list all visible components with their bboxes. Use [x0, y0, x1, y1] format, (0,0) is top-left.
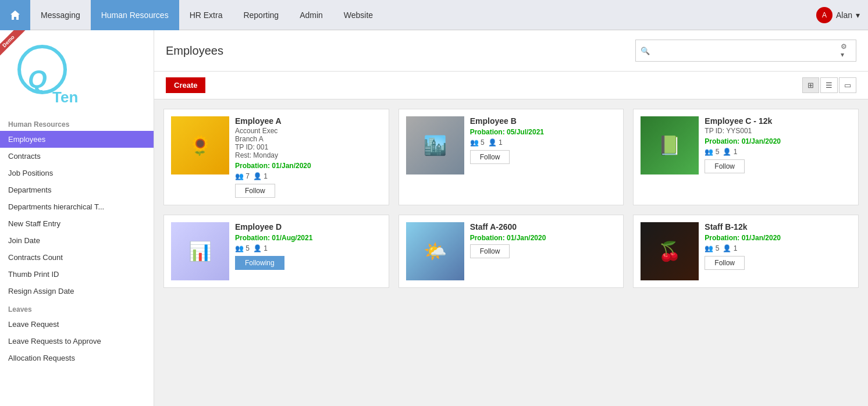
- user-menu[interactable]: A Alan ▾: [808, 7, 868, 23]
- sidebar-item-job-positions[interactable]: Job Positions: [0, 165, 154, 181]
- sidebar-item-allocation-requests[interactable]: Allocation Requests: [0, 350, 154, 366]
- employee-card: 📗 Employee C - 12k TP ID: YYS001 Probati…: [633, 109, 859, 205]
- sidebar-hr-header: Human Resources: [0, 115, 154, 131]
- employee-photo: 📗: [641, 116, 699, 174]
- following-users-count: 👤 1: [488, 138, 503, 147]
- employee-photo: 📊: [171, 222, 229, 280]
- employee-grid: 🌻 Employee A Account Exec Branch A TP ID…: [154, 99, 868, 297]
- follow-button[interactable]: Follow: [705, 256, 745, 270]
- card-view-button[interactable]: ▭: [839, 77, 856, 93]
- follow-button[interactable]: Follow: [235, 184, 275, 198]
- following-users-count: 👤 1: [723, 244, 737, 252]
- employee-probation: Probation: 01/Aug/2021: [235, 234, 382, 242]
- main-layout: Demo Q Ten Human Resources Employees Con…: [0, 30, 868, 406]
- sidebar: Demo Q Ten Human Resources Employees Con…: [0, 30, 154, 406]
- page-title: Employees: [166, 44, 223, 58]
- employee-role: Account Exec: [235, 127, 382, 135]
- followers-count: 👥 7: [235, 172, 250, 180]
- sidebar-item-resign-assign-date[interactable]: Resign Assign Date: [0, 283, 154, 300]
- employee-probation: Probation: 01/Jan/2020: [235, 162, 382, 170]
- search-settings-icon[interactable]: ⚙ ▾: [841, 42, 851, 59]
- employee-card: 🌻 Employee A Account Exec Branch A TP ID…: [163, 109, 389, 205]
- sidebar-item-departments[interactable]: Departments: [0, 181, 154, 198]
- follow-button[interactable]: Follow: [470, 150, 510, 164]
- employee-info: Employee D Probation: 01/Aug/2021 👥 5 👤 …: [235, 222, 382, 280]
- employee-tp-id: TP ID: 001: [235, 143, 382, 151]
- search-icon: 🔍: [641, 47, 650, 55]
- employee-probation: Probation: 01/Jan/2020: [705, 137, 851, 145]
- employee-name: Employee B: [470, 116, 617, 126]
- home-button[interactable]: [0, 0, 30, 30]
- nav-reporting[interactable]: Reporting: [233, 0, 289, 30]
- content-header: Employees 🔍 ⚙ ▾: [154, 30, 868, 72]
- user-dropdown-icon: ▾: [856, 10, 860, 20]
- following-users-count: 👤 1: [253, 172, 268, 180]
- nav-website[interactable]: Website: [333, 0, 383, 30]
- employee-card: 🏙️ Employee B Probation: 05/Jul/2021 👥 5…: [399, 109, 624, 205]
- followers-count: 👥 5: [235, 244, 250, 252]
- content-area: Employees 🔍 ⚙ ▾ Create ⊞ ☰ ▭ 🌻 Employee …: [154, 30, 868, 406]
- employee-stats: 👥 5 👤 1: [235, 244, 382, 252]
- sidebar-leaves-header: Leaves: [0, 300, 154, 316]
- employee-card: 🍒 Staff B-12k Probation: 01/Jan/2020 👥 5…: [633, 215, 859, 288]
- employee-info: Employee B Probation: 05/Jul/2021 👥 5 👤 …: [470, 116, 617, 198]
- nav-hr-extra[interactable]: HR Extra: [179, 0, 233, 30]
- sidebar-item-leave-request[interactable]: Leave Request: [0, 316, 154, 333]
- employee-stats: 👥 5 👤 1: [705, 148, 851, 156]
- nav-admin[interactable]: Admin: [289, 0, 333, 30]
- sidebar-item-departments-hierarchical[interactable]: Departments hierarchical T...: [0, 198, 154, 215]
- logo-ten: Ten: [52, 88, 78, 106]
- employee-branch: Branch A: [235, 135, 382, 143]
- employee-name: Staff A-2600: [470, 222, 617, 232]
- user-avatar: A: [816, 7, 833, 23]
- followers-count: 👥 5: [705, 148, 719, 156]
- sidebar-item-leave-requests-to-approve[interactable]: Leave Requests to Approve: [0, 333, 154, 350]
- employee-name: Staff B-12k: [705, 222, 851, 232]
- employee-tp-id: TP ID: YYS001: [705, 127, 851, 135]
- employee-info: Staff A-2600 Probation: 01/Jan/2020 Foll…: [470, 222, 617, 280]
- followers-count: 👥 5: [470, 138, 485, 147]
- employee-name: Employee A: [235, 116, 382, 126]
- employee-photo: 🏙️: [406, 116, 464, 174]
- employee-stats: 👥 5 👤 1: [705, 244, 851, 252]
- user-name: Alan: [836, 10, 852, 20]
- sidebar-item-thumb-print-id[interactable]: Thumb Print ID: [0, 266, 154, 283]
- employee-photo: 🌤️: [406, 222, 464, 280]
- employee-info: Staff B-12k Probation: 01/Jan/2020 👥 5 👤…: [705, 222, 851, 280]
- sidebar-item-employees[interactable]: Employees: [0, 131, 154, 148]
- employee-photo: 🍒: [641, 222, 699, 280]
- search-input[interactable]: [653, 47, 837, 55]
- view-switcher: ⊞ ☰ ▭: [802, 77, 856, 93]
- follow-button[interactable]: Follow: [470, 244, 510, 258]
- sidebar-item-contracts[interactable]: Contracts: [0, 148, 154, 165]
- employee-card: 🌤️ Staff A-2600 Probation: 01/Jan/2020 F…: [399, 215, 624, 288]
- followers-count: 👥 5: [705, 244, 719, 252]
- employee-name: Employee C - 12k: [705, 116, 851, 126]
- logo-q: Q: [28, 65, 47, 93]
- grid-view-button[interactable]: ⊞: [802, 77, 819, 93]
- employee-probation: Probation: 05/Jul/2021: [470, 128, 617, 136]
- top-navigation: Messaging Human Resources HR Extra Repor…: [0, 0, 868, 30]
- sidebar-logo: Demo Q Ten: [0, 30, 154, 115]
- nav-human-resources[interactable]: Human Resources: [91, 0, 179, 30]
- toolbar: Create ⊞ ☰ ▭: [154, 72, 868, 99]
- employee-stats: 👥 7 👤 1: [235, 172, 382, 180]
- follow-button[interactable]: Following: [235, 256, 284, 270]
- follow-button[interactable]: Follow: [705, 159, 745, 173]
- employee-rest: Rest: Monday: [235, 151, 382, 159]
- sidebar-item-new-staff-entry[interactable]: New Staff Entry: [0, 215, 154, 232]
- search-bar: 🔍 ⚙ ▾: [635, 40, 856, 62]
- sidebar-item-join-date[interactable]: Join Date: [0, 232, 154, 249]
- sidebar-item-contracts-count[interactable]: Contracts Count: [0, 249, 154, 266]
- create-button[interactable]: Create: [166, 77, 205, 93]
- employee-probation: Probation: 01/Jan/2020: [705, 234, 851, 242]
- nav-messaging[interactable]: Messaging: [30, 0, 91, 30]
- employee-card: 📊 Employee D Probation: 01/Aug/2021 👥 5 …: [163, 215, 389, 288]
- employee-info: Employee C - 12k TP ID: YYS001 Probation…: [705, 116, 851, 198]
- employee-stats: 👥 5 👤 1: [470, 138, 617, 147]
- list-view-button[interactable]: ☰: [820, 77, 838, 93]
- employee-photo: 🌻: [171, 116, 229, 174]
- employee-info: Employee A Account Exec Branch A TP ID: …: [235, 116, 382, 198]
- employee-probation: Probation: 01/Jan/2020: [470, 234, 617, 242]
- following-users-count: 👤 1: [253, 244, 268, 252]
